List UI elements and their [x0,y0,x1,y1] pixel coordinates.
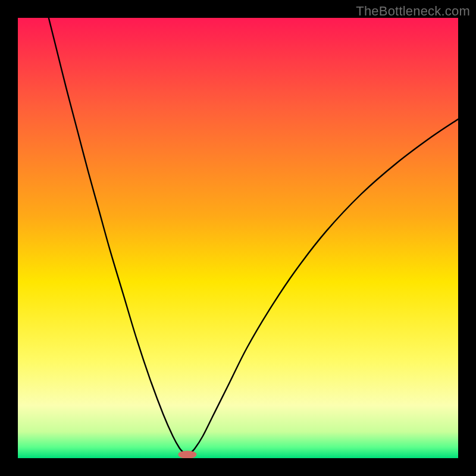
gradient-background [18,18,458,458]
watermark-text: TheBottleneck.com [356,4,470,19]
chart-svg [18,18,458,458]
plot-area [18,18,458,458]
chart-frame: TheBottleneck.com [0,0,476,476]
